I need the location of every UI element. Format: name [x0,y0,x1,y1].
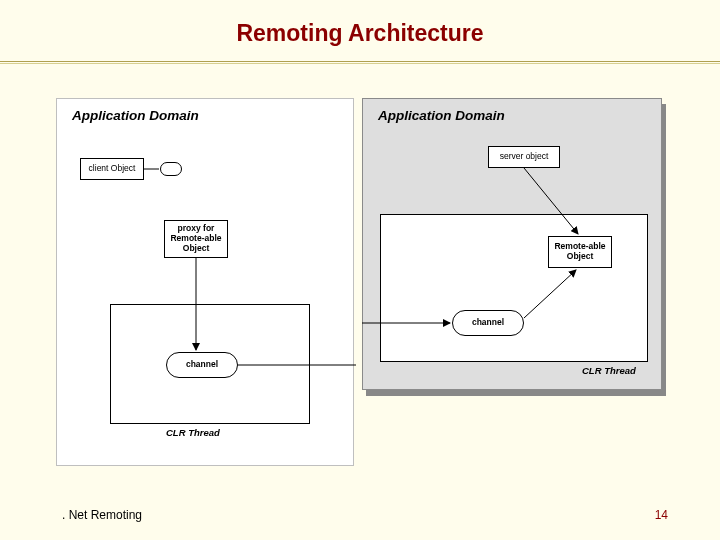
right-channel-ellipse: channel [452,310,524,336]
left-channel-label: channel [186,360,218,370]
right-app-domain-header: Application Domain [378,108,505,123]
interface-ellipse-icon [160,162,182,176]
right-channel-label: channel [472,318,504,328]
diagram-area: Application Domain Application Domain cl… [56,98,660,472]
client-object-box: client Object [80,158,144,180]
page-number: 14 [655,508,668,522]
slide-title: Remoting Architecture [0,0,720,61]
footer-text: . Net Remoting [62,508,142,522]
proxy-box: proxy for Remote-able Object [164,220,228,258]
left-channel-ellipse: channel [166,352,238,378]
client-object-label: client Object [89,164,136,174]
left-clr-thread-label: CLR Thread [166,428,220,439]
proxy-label: proxy for Remote-able Object [170,224,221,253]
left-app-domain-header: Application Domain [72,108,199,123]
server-object-box: server object [488,146,560,168]
remoteable-object-label: Remote-able Object [554,242,605,262]
remoteable-object-box: Remote-able Object [548,236,612,268]
title-rule [0,61,720,64]
right-clr-thread-label: CLR Thread [582,366,636,377]
server-object-label: server object [500,152,549,162]
